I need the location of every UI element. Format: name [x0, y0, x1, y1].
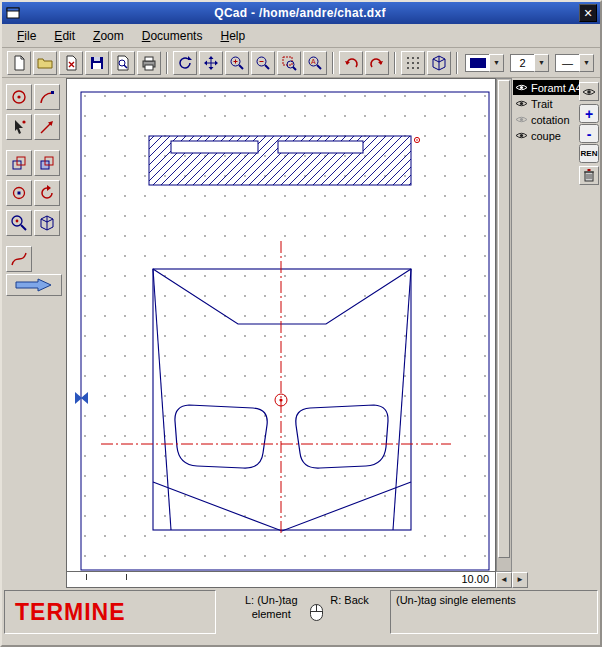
- menu-zoom[interactable]: Zoom: [84, 26, 133, 46]
- layer-panel: Foramt A4 Trait cotation coupe + - REN: [512, 78, 600, 588]
- drawing-viewport[interactable]: [66, 78, 496, 572]
- grid-toggle-button[interactable]: [401, 51, 425, 75]
- mode-text: TERMINE: [15, 599, 126, 626]
- tool-tag-element-button[interactable]: [6, 114, 32, 140]
- color-select-dropdown[interactable]: ▼: [489, 54, 504, 72]
- left-mouse-hint: L: (Un-)tag element: [239, 594, 303, 622]
- menu-file[interactable]: File: [8, 26, 45, 46]
- layer-row-trait[interactable]: Trait: [513, 96, 579, 111]
- print-button[interactable]: [137, 51, 161, 75]
- eye-icon[interactable]: [515, 83, 528, 92]
- menu-edit[interactable]: Edit: [45, 26, 84, 46]
- redraw-icon: [177, 55, 193, 71]
- tool-circles-button[interactable]: [6, 180, 32, 206]
- linetype-select-value: —: [555, 54, 579, 72]
- layer-row-coupe[interactable]: coupe: [513, 128, 579, 143]
- isometric-view-button[interactable]: [427, 51, 451, 75]
- color-select-value: [465, 54, 489, 72]
- scroll-right-button[interactable]: ►: [512, 572, 528, 588]
- undo-icon: [343, 55, 359, 71]
- linetype-select[interactable]: — ▼: [555, 54, 594, 72]
- drawing-canvas[interactable]: [67, 79, 495, 571]
- arrow-right-icon: [14, 278, 54, 292]
- tool-splines-button[interactable]: [6, 246, 32, 272]
- zoom-auto-button[interactable]: A: [303, 51, 327, 75]
- add-layer-button[interactable]: +: [579, 104, 599, 123]
- spline-icon: [10, 250, 28, 268]
- titlebar[interactable]: QCad - /home/andre/chat.dxf ✕: [2, 2, 600, 24]
- layer-row-cotation[interactable]: cotation: [513, 112, 579, 127]
- width-select[interactable]: 2 ▼: [510, 54, 549, 72]
- window-title: QCad - /home/andre/chat.dxf: [21, 6, 579, 20]
- zoom-auto-icon: A: [307, 55, 323, 71]
- contour-icon: [38, 154, 56, 172]
- menu-help[interactable]: Help: [211, 26, 254, 46]
- remove-layer-button[interactable]: -: [579, 124, 599, 143]
- continue-button[interactable]: [6, 274, 62, 296]
- zoom-in-button[interactable]: [225, 51, 249, 75]
- close-file-button[interactable]: [59, 51, 83, 75]
- eye-icon[interactable]: [515, 131, 528, 140]
- scroll-left-button[interactable]: ◄: [496, 572, 512, 588]
- tool-rotate-button[interactable]: [34, 180, 60, 206]
- svg-text:A: A: [311, 58, 316, 65]
- qcad-window: QCad - /home/andre/chat.dxf ✕ File Edit …: [0, 0, 602, 647]
- rotate-icon: [38, 184, 56, 202]
- tool-rectangles-button[interactable]: [6, 150, 32, 176]
- linetype-select-dropdown[interactable]: ▼: [579, 54, 594, 72]
- new-file-button[interactable]: [7, 51, 31, 75]
- zoom-out-button[interactable]: [251, 51, 275, 75]
- rectangles-icon: [10, 154, 28, 172]
- toolbar-separator: [394, 52, 396, 74]
- window-menu-icon[interactable]: [5, 5, 21, 21]
- zoom-out-icon: [255, 55, 271, 71]
- tool-lines-button[interactable]: [34, 114, 60, 140]
- vertical-scrollbar-thumb[interactable]: [498, 80, 510, 558]
- print-preview-button[interactable]: [111, 51, 135, 75]
- eye-icon[interactable]: [515, 99, 528, 108]
- zoom-window-button[interactable]: [277, 51, 301, 75]
- magnifier-icon: [10, 214, 28, 232]
- statusbar: TERMINE L: (Un-)tag element R: Back (Un-…: [2, 590, 600, 636]
- toolbar-separator: [166, 52, 168, 74]
- layer-name: Trait: [531, 98, 553, 110]
- open-file-button[interactable]: [33, 51, 57, 75]
- printer-icon: [141, 55, 157, 71]
- action-hint-panel: (Un-)tag single elements: [390, 590, 598, 634]
- tool-arcs-button[interactable]: [34, 84, 60, 110]
- trash-icon: [583, 169, 595, 182]
- arc-icon: [38, 88, 56, 106]
- main-toolbar: A ▼ 2 ▼ — ▼: [2, 49, 600, 78]
- menu-documents[interactable]: Documents: [133, 26, 212, 46]
- tool-contours-button[interactable]: [34, 150, 60, 176]
- close-button[interactable]: ✕: [579, 4, 597, 22]
- solid-cube-icon: [38, 214, 56, 232]
- chevron-down-icon: ▼: [583, 59, 590, 66]
- save-file-button[interactable]: [85, 51, 109, 75]
- ruler-tick: [126, 574, 127, 580]
- ruler-tick: [86, 574, 87, 580]
- tool-solids-button[interactable]: [34, 210, 60, 236]
- rename-layer-button[interactable]: REN: [579, 144, 599, 163]
- redo-button[interactable]: [365, 51, 389, 75]
- delete-layer-button[interactable]: [579, 166, 599, 185]
- move-view-button[interactable]: [199, 51, 223, 75]
- toolbar-separator: [332, 52, 334, 74]
- eye-closed-icon[interactable]: [515, 115, 528, 124]
- vertical-scrollbar[interactable]: [496, 78, 512, 572]
- tool-points-button[interactable]: [6, 84, 32, 110]
- redraw-button[interactable]: [173, 51, 197, 75]
- mouse-icon: [309, 603, 324, 622]
- layer-name: Foramt A4: [531, 82, 579, 94]
- toggle-layer-visibility-button[interactable]: [579, 82, 599, 101]
- width-select-dropdown[interactable]: ▼: [534, 54, 549, 72]
- print-preview-icon: [115, 55, 131, 71]
- layer-row-foramt-a4[interactable]: Foramt A4: [513, 80, 579, 95]
- tool-zoom-tag-button[interactable]: [6, 210, 32, 236]
- scroll-right-icon: ►: [516, 575, 524, 584]
- undo-button[interactable]: [339, 51, 363, 75]
- mode-panel: TERMINE: [4, 590, 216, 634]
- action-hint: (Un-)tag single elements: [396, 594, 516, 606]
- scroll-left-icon: ◄: [500, 575, 508, 584]
- color-select[interactable]: ▼: [465, 54, 504, 72]
